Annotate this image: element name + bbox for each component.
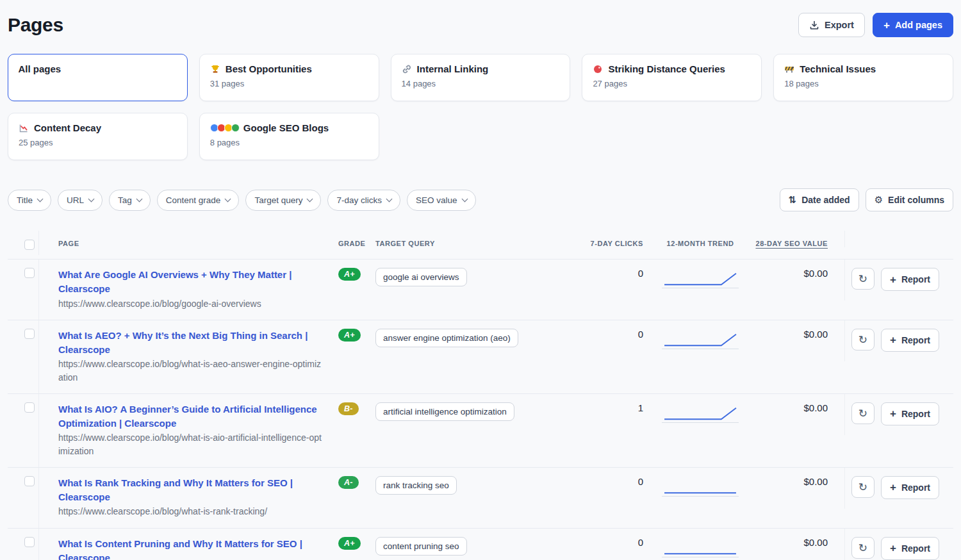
- row-checkbox[interactable]: [24, 476, 35, 486]
- sort-arrows-icon: ⇅: [789, 195, 797, 205]
- trend-sparkline: [662, 405, 739, 423]
- report-button[interactable]: + Report: [881, 329, 939, 352]
- target-query-chip[interactable]: answer engine optimization (aeo): [375, 329, 518, 347]
- page-link[interactable]: What Is Rank Tracking and Why It Matters…: [58, 476, 323, 504]
- seo-value: $0.00: [748, 259, 844, 288]
- filter-url-chip[interactable]: URL: [58, 190, 103, 211]
- chevron-down-icon: [37, 195, 44, 202]
- export-button[interactable]: Export: [798, 13, 865, 37]
- refresh-icon: ↻: [858, 333, 867, 346]
- saved-views: All pages Best Opportunities 31 pages: [8, 54, 953, 160]
- view-card-internal-linking[interactable]: Internal Linking 14 pages: [391, 54, 571, 101]
- edit-columns-button[interactable]: ⚙ Edit columns: [866, 188, 953, 211]
- view-card-best-opportunities[interactable]: Best Opportunities 31 pages: [199, 54, 379, 101]
- view-count: 27 pages: [593, 79, 751, 88]
- page-title: Pages: [8, 14, 63, 36]
- refresh-button[interactable]: ↻: [851, 476, 875, 498]
- plus-icon: +: [890, 334, 896, 345]
- view-card-striking-distance-queries[interactable]: Striking Distance Queries 27 pages: [582, 54, 762, 101]
- trend-sparkline: [662, 479, 739, 497]
- chevron-down-icon: [88, 195, 95, 202]
- refresh-icon: ↻: [858, 481, 867, 493]
- view-label: Internal Linking: [417, 63, 489, 74]
- refresh-button[interactable]: ↻: [851, 537, 875, 559]
- filter-7-day-clicks-chip[interactable]: 7-day clicks: [327, 190, 400, 211]
- trophy-icon: [210, 64, 220, 74]
- view-card-content-decay[interactable]: Content Decay 25 pages: [8, 113, 188, 160]
- row-checkbox[interactable]: [24, 329, 35, 339]
- red-ball-icon: [593, 64, 603, 74]
- target-query-chip[interactable]: content pruning seo: [375, 537, 467, 556]
- target-query-chip[interactable]: google ai overviews: [375, 268, 467, 286]
- refresh-icon: ↻: [858, 407, 867, 420]
- page-link[interactable]: What Are Google AI Overviews + Why They …: [58, 268, 323, 296]
- clicks-value: 0: [582, 468, 652, 497]
- select-all-checkbox[interactable]: [24, 240, 35, 250]
- gear-icon: ⚙: [875, 195, 883, 205]
- seo-value: $0.00: [748, 529, 844, 557]
- view-card-technical-issues[interactable]: Technical Issues 18 pages: [773, 54, 953, 101]
- row-checkbox[interactable]: [24, 268, 35, 278]
- chart-decreasing-icon: [19, 123, 29, 133]
- page-url: https://www.clearscope.io/blog/what-is-a…: [58, 358, 323, 384]
- filter-target-query-chip[interactable]: Target query: [245, 190, 321, 211]
- sort-date-added-button[interactable]: ⇅ Date added: [780, 188, 859, 211]
- report-button[interactable]: + Report: [881, 268, 939, 291]
- page-url: https://www.clearscope.io/blog/what-is-r…: [58, 505, 323, 518]
- clicks-value: 0: [582, 320, 652, 349]
- refresh-button[interactable]: ↻: [851, 402, 875, 424]
- table-row: What Is Rank Tracking and Why It Matters…: [8, 468, 953, 529]
- filter-title-chip[interactable]: Title: [8, 190, 51, 211]
- chevron-down-icon: [461, 195, 468, 202]
- trend-sparkline: [662, 539, 739, 557]
- filter-seo-value-chip[interactable]: SEO value: [407, 190, 476, 211]
- report-button[interactable]: + Report: [881, 402, 939, 425]
- google-dots-icon: [210, 124, 238, 132]
- grade-badge: A-: [338, 476, 359, 489]
- clicks-value: 0: [582, 529, 652, 557]
- filter-tag-chip[interactable]: Tag: [109, 190, 151, 211]
- top-bar: Pages Export + Add pages: [8, 0, 953, 54]
- target-query-chip[interactable]: rank tracking seo: [375, 476, 457, 495]
- report-button[interactable]: + Report: [881, 476, 939, 499]
- filter-content-grade-chip[interactable]: Content grade: [157, 190, 240, 211]
- construction-icon: [784, 64, 794, 74]
- column-header-grade[interactable]: GRADE: [333, 231, 375, 255]
- plus-icon: +: [890, 408, 896, 419]
- chevron-down-icon: [136, 195, 142, 202]
- page-url: https://www.clearscope.io/blog/google-ai…: [58, 297, 323, 310]
- column-header-12-month-trend[interactable]: 12-MONTH TREND: [652, 231, 748, 255]
- refresh-icon: ↻: [858, 272, 867, 285]
- clicks-value: 1: [582, 394, 652, 423]
- page-link[interactable]: What Is AIO? A Beginner’s Guide to Artif…: [58, 402, 323, 431]
- page-link[interactable]: What Is Content Pruning and Why It Matte…: [58, 537, 323, 560]
- refresh-icon: ↻: [858, 541, 867, 554]
- report-button[interactable]: + Report: [881, 537, 939, 560]
- add-pages-button[interactable]: + Add pages: [873, 13, 953, 37]
- view-count: 25 pages: [19, 138, 177, 147]
- column-header-7-day-clicks[interactable]: 7-DAY CLICKS: [582, 231, 652, 255]
- view-card-google-seo-blogs[interactable]: Google SEO Blogs 8 pages: [199, 113, 379, 160]
- refresh-button[interactable]: ↻: [851, 268, 875, 290]
- page-url: https://www.clearscope.io/blog/what-is-a…: [58, 431, 323, 457]
- plus-icon: +: [890, 482, 896, 493]
- view-card-all-pages[interactable]: All pages: [8, 54, 188, 101]
- trend-sparkline: [662, 270, 739, 288]
- download-icon: [809, 20, 819, 30]
- column-header-target-query[interactable]: TARGET QUERY: [375, 231, 582, 255]
- seo-value: $0.00: [748, 394, 844, 423]
- row-checkbox[interactable]: [24, 402, 35, 413]
- pages-table: PAGE GRADE TARGET QUERY 7-DAY CLICKS 12-…: [8, 231, 953, 560]
- seo-value: $0.00: [748, 320, 844, 349]
- filter-toolbar: Title URL Tag Content grade Target query…: [8, 188, 953, 211]
- refresh-button[interactable]: ↻: [851, 329, 875, 350]
- pages-screen: Pages Export + Add pages All pages: [0, 0, 961, 560]
- column-header-28-day-seo-value[interactable]: 28-DAY SEO VALUE: [748, 231, 844, 255]
- target-query-chip[interactable]: artificial intelligence optimization: [375, 402, 514, 421]
- page-link[interactable]: What Is AEO? + Why It’s the Next Big Thi…: [58, 329, 323, 357]
- table-header-row: PAGE GRADE TARGET QUERY 7-DAY CLICKS 12-…: [8, 231, 953, 259]
- row-checkbox[interactable]: [24, 537, 35, 547]
- plus-icon: +: [890, 274, 896, 285]
- column-header-page[interactable]: PAGE: [38, 231, 333, 255]
- clicks-value: 0: [582, 259, 652, 288]
